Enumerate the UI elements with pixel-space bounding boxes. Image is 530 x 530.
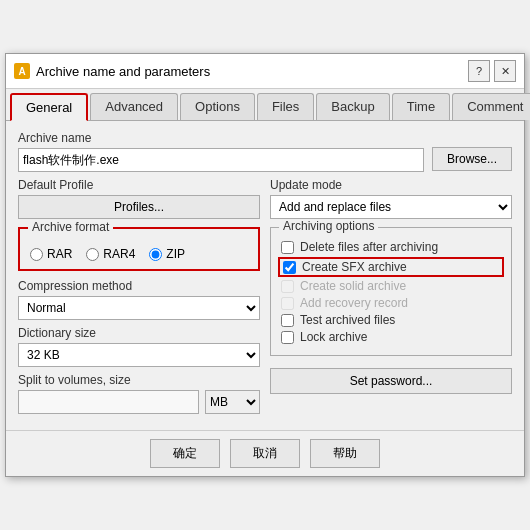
tab-content: Archive name Browse... Default Profile P… bbox=[6, 121, 524, 430]
option-test-archived: Test archived files bbox=[281, 313, 501, 327]
window-title: Archive name and parameters bbox=[36, 64, 462, 79]
tab-options[interactable]: Options bbox=[180, 93, 255, 120]
format-zip[interactable]: ZIP bbox=[149, 247, 185, 261]
archive-format-group: Archive format RAR RAR4 ZIP bbox=[18, 227, 260, 271]
dictionary-size-label: Dictionary size bbox=[18, 326, 260, 340]
option-add-recovery: Add recovery record bbox=[281, 296, 501, 310]
browse-button[interactable]: Browse... bbox=[432, 147, 512, 171]
split-input[interactable] bbox=[18, 390, 199, 414]
option-add-recovery-checkbox[interactable] bbox=[281, 297, 294, 310]
cancel-button[interactable]: 取消 bbox=[230, 439, 300, 468]
option-create-solid-checkbox[interactable] bbox=[281, 280, 294, 293]
archive-name-label: Archive name bbox=[18, 131, 424, 145]
tab-bar: General Advanced Options Files Backup Ti… bbox=[6, 89, 524, 121]
archiving-options-group: Archiving options Delete files after arc… bbox=[270, 227, 512, 356]
tab-comment[interactable]: Comment bbox=[452, 93, 530, 120]
format-rar[interactable]: RAR bbox=[30, 247, 72, 261]
archive-format-title: Archive format bbox=[28, 220, 113, 234]
archive-name-input[interactable] bbox=[18, 148, 424, 172]
window-icon: A bbox=[14, 63, 30, 79]
tab-time[interactable]: Time bbox=[392, 93, 450, 120]
option-create-sfx: Create SFX archive bbox=[278, 257, 504, 277]
option-delete-files-checkbox[interactable] bbox=[281, 241, 294, 254]
format-radio-group: RAR RAR4 ZIP bbox=[30, 247, 248, 261]
archiving-options-title: Archiving options bbox=[279, 219, 378, 233]
title-controls: ? ✕ bbox=[468, 60, 516, 82]
set-password-button[interactable]: Set password... bbox=[270, 368, 512, 394]
profiles-button[interactable]: Profiles... bbox=[18, 195, 260, 219]
option-lock-archive: Lock archive bbox=[281, 330, 501, 344]
format-rar-radio[interactable] bbox=[30, 248, 43, 261]
tab-advanced[interactable]: Advanced bbox=[90, 93, 178, 120]
help-footer-button[interactable]: 帮助 bbox=[310, 439, 380, 468]
dictionary-size-select[interactable]: 32 KB 64 KB 128 KB 256 KB 512 KB 1 MB bbox=[18, 343, 260, 367]
option-create-sfx-checkbox[interactable] bbox=[283, 261, 296, 274]
split-label: Split to volumes, size bbox=[18, 373, 260, 387]
help-button[interactable]: ? bbox=[468, 60, 490, 82]
option-test-archived-checkbox[interactable] bbox=[281, 314, 294, 327]
tab-general[interactable]: General bbox=[10, 93, 88, 121]
format-rar4-radio[interactable] bbox=[86, 248, 99, 261]
title-bar: A Archive name and parameters ? ✕ bbox=[6, 54, 524, 89]
option-create-solid: Create solid archive bbox=[281, 279, 501, 293]
option-delete-files: Delete files after archiving bbox=[281, 240, 501, 254]
format-rar4[interactable]: RAR4 bbox=[86, 247, 135, 261]
update-mode-select[interactable]: Add and replace files Update and add fil… bbox=[270, 195, 512, 219]
format-zip-radio[interactable] bbox=[149, 248, 162, 261]
default-profile-label: Default Profile bbox=[18, 178, 260, 192]
tab-backup[interactable]: Backup bbox=[316, 93, 389, 120]
split-unit-select[interactable]: MB KB GB bbox=[205, 390, 260, 414]
tab-files[interactable]: Files bbox=[257, 93, 314, 120]
option-lock-archive-checkbox[interactable] bbox=[281, 331, 294, 344]
update-mode-label: Update mode bbox=[270, 178, 512, 192]
compression-method-label: Compression method bbox=[18, 279, 260, 293]
close-button[interactable]: ✕ bbox=[494, 60, 516, 82]
dialog-window: A Archive name and parameters ? ✕ Genera… bbox=[5, 53, 525, 477]
compression-method-select[interactable]: Store Fastest Fast Normal Good Best bbox=[18, 296, 260, 320]
ok-button[interactable]: 确定 bbox=[150, 439, 220, 468]
bottom-bar: 确定 取消 帮助 bbox=[6, 430, 524, 476]
